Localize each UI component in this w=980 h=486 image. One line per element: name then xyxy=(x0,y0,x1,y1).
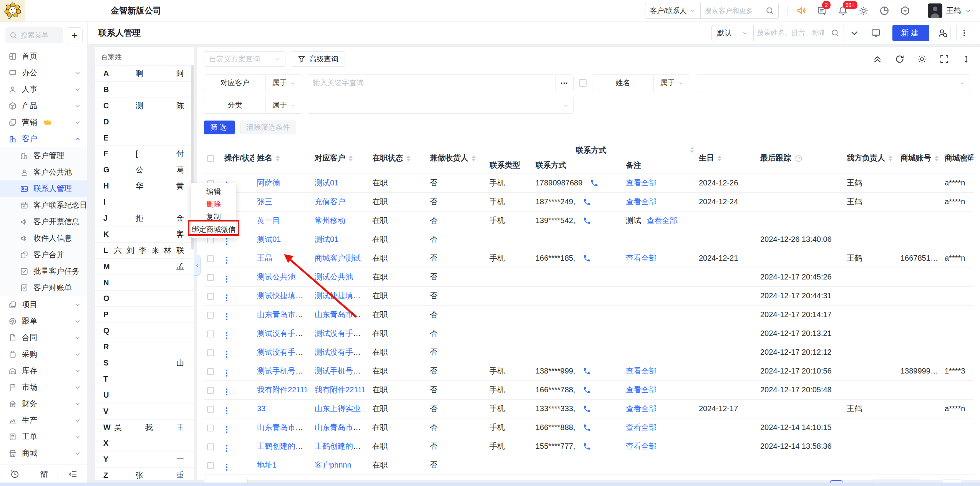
row-checkbox[interactable] xyxy=(207,406,214,413)
surname-letter[interactable]: A xyxy=(95,69,110,78)
surname-letter[interactable]: Y xyxy=(95,455,110,464)
surname-item[interactable]: 陈 xyxy=(176,101,184,111)
sidebar-item-customer-mgmt[interactable]: 客户管理 xyxy=(0,147,87,164)
sort-icon[interactable] xyxy=(276,155,280,161)
surname-item[interactable]: 山 xyxy=(176,358,184,368)
search-icon[interactable] xyxy=(765,6,774,15)
sidebar-item-anniversary[interactable]: 客户联系纪念日 xyxy=(0,197,87,213)
contact-name-link[interactable]: 测试手机号外联外... xyxy=(257,367,312,375)
surname-letter[interactable]: B xyxy=(95,85,110,94)
sidebar-item-customer[interactable]: 客户 xyxy=(0,131,87,147)
sidebar-item-mall[interactable]: 商城 xyxy=(0,445,87,461)
collapse-menu-icon[interactable] xyxy=(58,469,87,479)
contact-name-link[interactable]: 王晶 xyxy=(257,254,272,262)
sidebar-item-statement[interactable]: 客户对账单 xyxy=(0,279,87,296)
sort-icon[interactable] xyxy=(935,155,939,161)
refresh-icon[interactable] xyxy=(895,54,905,64)
customer-link[interactable]: 测试没有手机号的 xyxy=(315,348,369,356)
row-checkbox[interactable] xyxy=(207,462,214,469)
contact-name-link[interactable]: 测试没有手机号直... xyxy=(257,329,312,337)
contact-name-link[interactable]: 测试没有手机号的 xyxy=(257,348,312,356)
surname-item[interactable]: 测 xyxy=(136,101,143,111)
surname-letter[interactable]: J xyxy=(95,214,110,223)
surname-item[interactable]: 刘 xyxy=(126,245,134,256)
sidebar-item-office[interactable]: 办公 xyxy=(0,64,87,81)
row-checkbox[interactable] xyxy=(207,331,214,337)
view-all-remarks-link[interactable]: 查看全部 xyxy=(626,404,657,413)
phone-call-icon[interactable] xyxy=(583,198,591,206)
customer-link[interactable]: 测试01 xyxy=(315,179,338,187)
sidebar-item-recipient-info[interactable]: 收件人信息 xyxy=(0,230,87,246)
more-filter-button[interactable]: ··· xyxy=(555,75,573,91)
surname-letter[interactable]: G xyxy=(95,165,110,174)
notifications-bell-icon[interactable]: 99+ xyxy=(837,5,848,16)
customer-link[interactable]: 山东青岛市南-客户-... xyxy=(315,310,369,319)
surname-item[interactable]: 联 xyxy=(176,245,184,256)
table-settings-gear-icon[interactable] xyxy=(917,54,927,64)
row-actions-button[interactable] xyxy=(224,425,229,435)
surname-letter[interactable]: P xyxy=(95,310,110,319)
view-all-remarks-link[interactable]: 查看全部 xyxy=(626,367,657,375)
row-checkbox[interactable] xyxy=(207,368,214,375)
sidebar-item-follow[interactable]: 跟单 xyxy=(0,313,87,329)
collapse-up-icon[interactable] xyxy=(872,54,882,64)
history-clock-icon[interactable] xyxy=(0,469,29,479)
contact-name-link[interactable]: 山东青岛市南-客户-... xyxy=(257,423,312,431)
sidebar-item-customer-pool[interactable]: 客户公共池 xyxy=(0,164,87,180)
add-menu-button[interactable]: + xyxy=(67,27,83,43)
row-checkbox[interactable] xyxy=(207,293,214,300)
row-actions-button[interactable] xyxy=(224,293,229,303)
column-header-customer[interactable]: 对应客户 xyxy=(312,143,369,174)
phone-call-icon[interactable] xyxy=(583,217,591,225)
surname-letter[interactable]: U xyxy=(95,391,110,400)
column-header-status[interactable]: 在职状态 xyxy=(369,143,427,174)
app-logo[interactable] xyxy=(0,0,25,21)
view-all-remarks-link[interactable]: 查看全部 xyxy=(647,216,677,225)
more-options-button[interactable] xyxy=(956,25,972,41)
advanced-query-button[interactable]: 高级查询 xyxy=(291,51,345,67)
phone-call-icon[interactable] xyxy=(583,405,591,413)
view-all-remarks-link[interactable]: 查看全部 xyxy=(626,385,657,394)
sidebar-item-customer-merge[interactable]: 客户合并 xyxy=(0,246,87,263)
surname-item[interactable]: [ xyxy=(136,149,138,158)
help-circle-icon[interactable] xyxy=(794,154,803,163)
phone-call-icon[interactable] xyxy=(583,442,591,451)
customer-keyword-input[interactable] xyxy=(308,79,555,87)
chevron-down-icon[interactable] xyxy=(849,28,859,38)
new-contact-button[interactable]: 新建 xyxy=(892,25,929,41)
surname-item[interactable]: 葛 xyxy=(176,165,184,175)
surname-item[interactable]: 啊 xyxy=(136,68,143,79)
sidebar-item-finance[interactable]: 财务 xyxy=(0,395,87,412)
search-icon[interactable] xyxy=(831,28,840,38)
column-header-name[interactable]: 姓名 xyxy=(254,143,312,174)
column-header-receiver[interactable]: 兼做收货人 xyxy=(427,143,486,174)
filter-operator-select[interactable]: 属于 xyxy=(265,97,302,114)
sidebar-item-product[interactable]: 产品 xyxy=(0,98,87,114)
column-header-birthday[interactable]: 生日 xyxy=(696,143,757,174)
surname-letter[interactable]: Q xyxy=(95,326,110,335)
row-actions-button[interactable] xyxy=(224,443,229,453)
sliders-icon[interactable] xyxy=(29,469,58,479)
settings-gear-icon[interactable] xyxy=(858,5,869,16)
select-all-checkbox[interactable] xyxy=(207,155,214,162)
surname-letter[interactable]: K xyxy=(95,230,110,239)
horizontal-scrollbar[interactable] xyxy=(0,483,980,486)
sidebar-item-contract[interactable]: 合同 xyxy=(0,329,87,346)
surname-letter[interactable]: N xyxy=(95,278,110,287)
sidebar-item-workorder[interactable]: 工单 xyxy=(0,428,87,445)
surname-letter[interactable]: W xyxy=(95,423,110,432)
global-search-input[interactable] xyxy=(701,7,765,15)
customer-link[interactable]: 测试快捷填写联系人 xyxy=(315,291,369,300)
row-checkbox[interactable] xyxy=(207,274,214,281)
row-checkbox[interactable] xyxy=(207,387,214,394)
category-value-select[interactable] xyxy=(308,97,574,114)
contact-name-link[interactable]: 张三 xyxy=(257,197,272,206)
surname-item[interactable]: 李 xyxy=(139,245,147,256)
row-checkbox[interactable] xyxy=(207,312,214,319)
customer-link[interactable]: 测试没有手机号直... xyxy=(315,329,369,337)
surname-letter[interactable]: E xyxy=(95,134,110,142)
filter-hexagon-icon[interactable] xyxy=(900,5,910,16)
surname-item[interactable]: 阿 xyxy=(176,68,184,79)
sidebar-item-inventory[interactable]: 库存 xyxy=(0,362,87,379)
sidebar-item-project[interactable]: 项目 xyxy=(0,296,87,313)
